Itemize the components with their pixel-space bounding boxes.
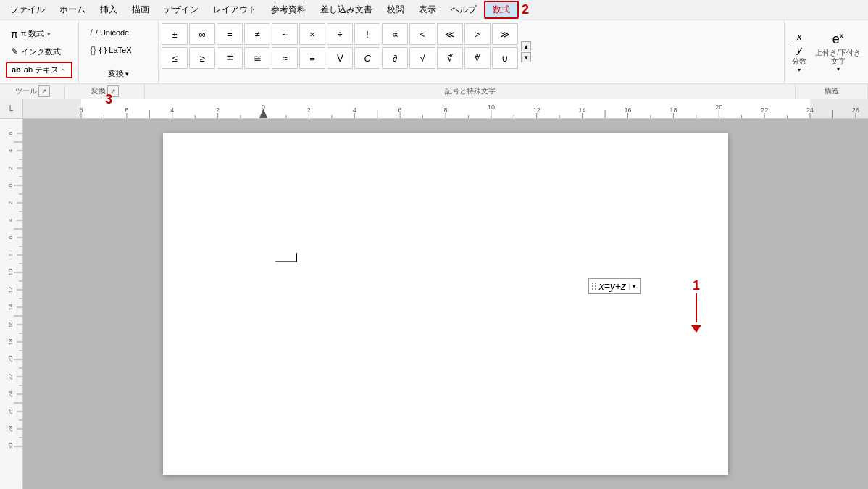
svg-text:8: 8 [7, 253, 14, 256]
structure-label: 構造 [796, 84, 868, 99]
sym-gg[interactable]: ≫ [492, 23, 518, 45]
fraction-top-label: x [797, 31, 802, 42]
scroll-up-button[interactable]: ▲ [521, 41, 531, 51]
dropdown-icon: ▾ [47, 30, 51, 38]
sym-div[interactable]: ÷ [327, 23, 353, 45]
sym-prop[interactable]: ∝ [382, 23, 408, 45]
symbol-label: 記号と特殊文字 [145, 84, 796, 99]
svg-text:30: 30 [7, 443, 14, 449]
sym-cong[interactable]: ≅ [244, 47, 270, 69]
sym-neq[interactable]: ≠ [244, 23, 270, 45]
sym-gt[interactable]: > [464, 23, 491, 45]
convert-button[interactable]: 変換 ▾ [108, 68, 129, 79]
brace-icon: {} [90, 44, 96, 55]
equation-box[interactable]: x=y+z ▾ [588, 278, 641, 294]
menu-mailings[interactable]: 差し込み文書 [313, 2, 380, 17]
superscript-button[interactable]: ex 上付き/下付き文字 ▾ [815, 31, 861, 72]
equation-handle [592, 283, 596, 290]
tools-label: ツール ↗ [0, 84, 65, 99]
svg-text:28: 28 [7, 425, 14, 432]
svg-text:26: 26 [7, 408, 14, 414]
svg-text:6: 6 [7, 131, 14, 135]
fraction-button[interactable]: x y 分数 ▾ [792, 31, 806, 73]
menu-layout[interactable]: レイアウト [206, 2, 264, 17]
menu-insert[interactable]: 挿入 [93, 2, 125, 17]
convert-dropdown-icon: ▾ [125, 70, 129, 78]
ruler-corner[interactable]: L [0, 99, 23, 119]
menu-review[interactable]: 校閲 [380, 2, 412, 17]
text-button[interactable]: ab ab テキスト [6, 62, 72, 78]
annotation-2: 2 [522, 2, 529, 17]
equation-content: x=y+z [599, 280, 626, 292]
svg-text:2: 2 [7, 201, 14, 204]
menu-draw[interactable]: 描画 [125, 2, 157, 17]
document-page: x=y+z ▾ [163, 133, 728, 475]
ribbon-labels: ツール ↗ 変換 ↗ 記号と特殊文字 構造 [0, 84, 868, 99]
ink-equation-button[interactable]: ✎ インク数式 [6, 44, 72, 59]
svg-text:22: 22 [7, 373, 14, 380]
sym-c[interactable]: C [354, 47, 380, 69]
menu-home[interactable]: ホーム [52, 2, 93, 17]
sym-exclaim[interactable]: ! [354, 23, 380, 45]
sym-inf[interactable]: ∞ [189, 23, 215, 45]
svg-text:18: 18 [7, 338, 14, 345]
ink-icon: ✎ [11, 46, 18, 57]
sym-ll[interactable]: ≪ [437, 23, 463, 45]
sym-equiv[interactable]: ≡ [299, 47, 325, 69]
convert-group: / / Unicode {} { } LaTeX 変換 ▾ [79, 20, 159, 83]
slash-icon: / [90, 27, 93, 38]
sym-cup[interactable]: ∪ [492, 47, 518, 69]
sym-partial[interactable]: ∂ [382, 47, 408, 69]
menu-view[interactable]: 表示 [412, 2, 443, 17]
superscript-dropdown-icon: ▾ [837, 66, 840, 72]
menu-help[interactable]: ヘルプ [443, 2, 484, 17]
menu-design[interactable]: デザイン [157, 2, 206, 17]
menu-references[interactable]: 参考資料 [264, 2, 313, 17]
tools-group: π π 数式 ▾ ✎ インク数式 ab ab テキスト [0, 20, 79, 83]
pi-equation-button[interactable]: π π 数式 ▾ [6, 26, 72, 42]
sym-eq[interactable]: = [217, 23, 243, 45]
sym-frt[interactable]: ∜ [464, 47, 491, 69]
menu-equation[interactable]: 数式 [484, 1, 519, 19]
sym-mp[interactable]: ∓ [217, 47, 243, 69]
sym-cbrt[interactable]: ∛ [437, 47, 463, 69]
svg-text:24: 24 [7, 390, 14, 397]
sym-ge[interactable]: ≥ [189, 47, 215, 69]
sym-tilde[interactable]: ~ [272, 23, 298, 45]
svg-text:4: 4 [7, 149, 14, 152]
unicode-button[interactable]: / / Unicode [85, 25, 152, 40]
svg-text:4: 4 [7, 218, 14, 222]
svg-text:2: 2 [7, 166, 14, 170]
content-area: 642024681012141618202224262830 x=y+z ▾ [0, 119, 868, 489]
annotation-3: 3 [105, 92, 112, 107]
annotation-1-number: 1 [691, 278, 701, 293]
menu-bar: ファイル ホーム 挿入 描画 デザイン レイアウト 参考資料 差し込み文書 校閲… [0, 0, 868, 20]
sym-lt[interactable]: < [409, 23, 435, 45]
text-icon: ab [12, 65, 21, 74]
superscript-label: 上付き/下付き文字 [815, 49, 861, 66]
svg-text:10: 10 [7, 269, 14, 275]
sym-times[interactable]: × [299, 23, 325, 45]
vertical-ruler: 642024681012141618202224262830 [0, 119, 23, 489]
text-label: ab テキスト [24, 64, 67, 75]
sym-approx[interactable]: ≈ [272, 47, 298, 69]
scroll-down-button[interactable]: ▼ [521, 52, 531, 62]
sym-sqrt[interactable]: √ [409, 47, 435, 69]
svg-text:14: 14 [7, 304, 14, 310]
sym-le[interactable]: ≤ [162, 47, 188, 69]
ruler-container: L [0, 99, 868, 119]
superscript-icon: ex [832, 31, 844, 47]
pi-label: π 数式 [21, 28, 45, 39]
equation-dropdown[interactable]: ▾ [629, 283, 638, 290]
right-group: x y 分数 ▾ ex 上付き/下付き文字 ▾ [785, 20, 868, 83]
latex-button[interactable]: {} { } LaTeX [85, 42, 152, 57]
tools-expand-button[interactable]: ↗ [38, 85, 50, 97]
annotation-1-arrow [691, 293, 701, 333]
sym-forall[interactable]: ∀ [327, 47, 353, 69]
svg-text:16: 16 [7, 321, 14, 327]
sym-pm[interactable]: ± [162, 23, 188, 45]
fraction-dropdown-icon: ▾ [798, 67, 801, 73]
menu-file[interactable]: ファイル [3, 2, 52, 17]
symbol-group: ± ∞ = ≠ ~ × ÷ ! ∝ < ≪ > ≫ ≤ ≥ [159, 20, 785, 83]
document-area[interactable]: x=y+z ▾ 1 [23, 119, 868, 489]
